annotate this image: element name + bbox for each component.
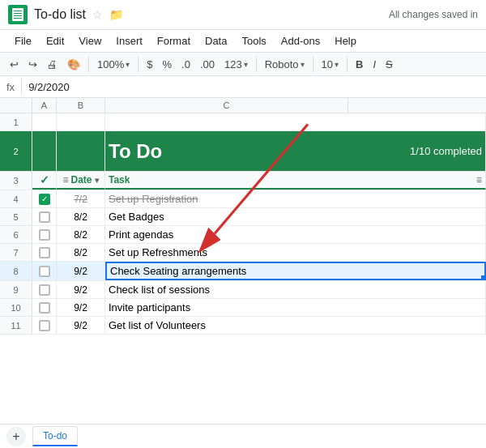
- cell-1c[interactable]: [105, 113, 486, 130]
- folder-icon[interactable]: 📁: [109, 8, 123, 21]
- cell-2a[interactable]: [32, 131, 57, 171]
- row-number: 4: [0, 190, 32, 207]
- cell-11c[interactable]: Get list of Volunteers: [105, 317, 486, 334]
- row-checkbox[interactable]: [39, 229, 50, 241]
- row-checkbox[interactable]: [39, 302, 50, 314]
- row-number: 11: [0, 317, 32, 334]
- add-sheet-button[interactable]: +: [6, 427, 26, 446]
- toolbar-separator-3: [256, 56, 257, 72]
- menu-edit[interactable]: Edit: [40, 32, 70, 50]
- menu-view[interactable]: View: [72, 32, 108, 50]
- sheet-title: To Do: [109, 140, 162, 163]
- cell-5a[interactable]: [32, 208, 57, 225]
- menu-help[interactable]: Help: [328, 32, 363, 50]
- document-title[interactable]: To-do list: [34, 7, 86, 22]
- menu-addons[interactable]: Add-ons: [275, 32, 326, 50]
- cell-9b[interactable]: 9/2: [57, 281, 105, 298]
- table-row: 5 8/2 Get Badges: [0, 208, 486, 226]
- menu-tools[interactable]: Tools: [235, 32, 272, 50]
- cell-7a[interactable]: [32, 244, 57, 261]
- bold-button[interactable]: B: [352, 57, 366, 72]
- cell-3b-date[interactable]: ≡ Date ▾: [57, 172, 105, 190]
- task-text: Check list of sessions: [109, 284, 210, 296]
- cell-6b[interactable]: 8/2: [57, 226, 105, 243]
- cell-4b[interactable]: 7/2: [57, 190, 105, 207]
- table-row: 1: [0, 113, 486, 131]
- cell-9c[interactable]: Check list of sessions: [105, 281, 486, 298]
- redo-button[interactable]: ↪: [25, 57, 40, 72]
- row-number: 6: [0, 226, 32, 243]
- strikethrough-button[interactable]: S: [382, 57, 396, 72]
- cell-3a[interactable]: ✓: [32, 172, 57, 190]
- menu-file[interactable]: File: [8, 32, 38, 50]
- cell-7b[interactable]: 8/2: [57, 244, 105, 261]
- col-header-a[interactable]: A: [32, 98, 57, 113]
- zoom-dropdown[interactable]: 100% ▾: [94, 57, 133, 72]
- menu-insert[interactable]: Insert: [109, 32, 149, 50]
- row-checkbox[interactable]: [39, 211, 50, 223]
- table-row: 11 9/2 Get list of Volunteers: [0, 317, 486, 335]
- spreadsheet: A B C 1 2 To Do 1/10 completed: [0, 98, 486, 335]
- cell-8a[interactable]: [32, 262, 57, 280]
- header-cell[interactable]: To Do 1/10 completed: [105, 131, 486, 171]
- cell-8c-selected[interactable]: Check Seating arrangements: [105, 262, 486, 280]
- decimal-decrease-button[interactable]: .0: [178, 57, 194, 72]
- table-row: 6 8/2 Print agendas: [0, 226, 486, 244]
- cell-8b[interactable]: 9/2: [57, 262, 105, 280]
- row-number: 10: [0, 299, 32, 316]
- undo-button[interactable]: ↩: [6, 57, 22, 72]
- format-chevron-icon: ▾: [244, 60, 248, 69]
- cell-1a[interactable]: [32, 113, 57, 130]
- sheet-tab-todo[interactable]: To-do: [32, 426, 78, 446]
- row-number: 7: [0, 244, 32, 261]
- cell-10b[interactable]: 9/2: [57, 299, 105, 316]
- task-text: Check Seating arrangements: [110, 265, 246, 277]
- col-header-c[interactable]: C: [105, 98, 348, 113]
- cell-3c-task[interactable]: Task ≡: [105, 172, 486, 190]
- row-number: 2: [0, 131, 32, 171]
- title-bar: To-do list ☆ 📁 All changes saved in: [0, 0, 486, 30]
- font-dropdown[interactable]: Roboto ▾: [262, 57, 308, 72]
- row-checkbox[interactable]: [39, 320, 50, 331]
- toolbar-separator: [88, 56, 89, 72]
- cell-5b[interactable]: 8/2: [57, 208, 105, 225]
- formula-value[interactable]: 9/2/2020: [28, 81, 480, 93]
- cell-1b[interactable]: [57, 113, 105, 130]
- row-number: 3: [0, 172, 32, 190]
- toolbar-separator-5: [347, 56, 347, 72]
- row-checkbox[interactable]: [39, 266, 50, 277]
- menu-data[interactable]: Data: [198, 32, 233, 50]
- format-number-dropdown[interactable]: 123 ▾: [221, 57, 251, 72]
- menu-bar: File Edit View Insert Format Data Tools …: [0, 30, 486, 52]
- paint-format-button[interactable]: 🎨: [64, 57, 83, 72]
- sheet-tab-label: To-do: [43, 430, 67, 442]
- cell-10a[interactable]: [32, 299, 57, 316]
- menu-format[interactable]: Format: [151, 32, 197, 50]
- italic-button[interactable]: I: [369, 57, 379, 72]
- zoom-chevron-icon: ▾: [126, 60, 130, 69]
- cell-11b[interactable]: 9/2: [57, 317, 105, 334]
- print-button[interactable]: 🖨: [44, 57, 61, 72]
- row-checkbox[interactable]: [39, 194, 50, 205]
- cell-10c[interactable]: Invite participants: [105, 299, 486, 316]
- decimal-increase-button[interactable]: .00: [197, 57, 218, 72]
- cell-6a[interactable]: [32, 226, 57, 243]
- date-col-label: Date: [71, 174, 92, 186]
- star-icon[interactable]: ☆: [92, 8, 103, 21]
- formula-separator: [21, 79, 22, 95]
- font-size-dropdown[interactable]: 10 ▾: [318, 57, 342, 72]
- cell-6c[interactable]: Print agendas: [105, 226, 486, 243]
- cell-7c[interactable]: Set up Refreshments: [105, 244, 486, 261]
- cell-4c[interactable]: Set up Registration: [105, 190, 486, 207]
- percent-button[interactable]: %: [159, 57, 175, 72]
- cell-4a[interactable]: [32, 190, 57, 207]
- row-checkbox[interactable]: [39, 247, 50, 258]
- cell-9a[interactable]: [32, 281, 57, 298]
- currency-button[interactable]: $: [143, 57, 156, 72]
- cell-2b[interactable]: [57, 131, 105, 171]
- cell-5c[interactable]: Get Badges: [105, 208, 486, 225]
- row-checkbox[interactable]: [39, 284, 50, 296]
- formula-bar: fx 9/2/2020: [0, 76, 486, 98]
- col-header-b[interactable]: B: [57, 98, 105, 113]
- cell-11a[interactable]: [32, 317, 57, 334]
